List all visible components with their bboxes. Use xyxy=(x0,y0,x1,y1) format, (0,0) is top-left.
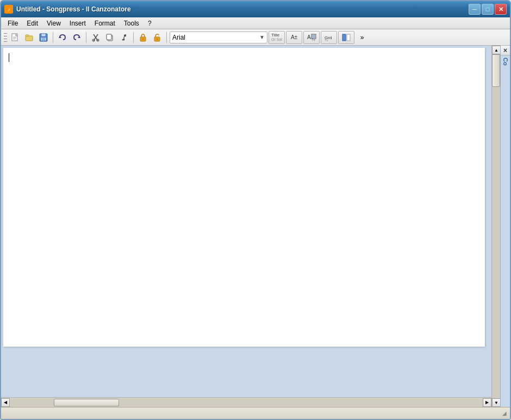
h-scroll-track[interactable] xyxy=(10,399,482,406)
svg-rect-7 xyxy=(41,34,46,36)
right-panel-close-button[interactable]: × xyxy=(501,46,510,55)
title-bar-buttons: ─ □ ✕ xyxy=(469,4,507,15)
window-title: Untitled - Songpress - Il Canzonatore xyxy=(16,5,131,13)
font-image-button[interactable]: A Tv xyxy=(303,31,320,44)
right-panel-label: Co xyxy=(501,55,510,407)
maximize-button[interactable]: □ xyxy=(482,4,494,15)
v-scroll-track[interactable] xyxy=(492,54,500,398)
editor-container: ◀ ▶ xyxy=(1,46,491,407)
svg-rect-31 xyxy=(347,34,350,41)
app-icon: ♪ xyxy=(4,5,13,14)
svg-text:Tv: Tv xyxy=(325,39,328,42)
new-button[interactable] xyxy=(9,31,22,44)
close-button[interactable]: ✕ xyxy=(495,4,507,15)
svg-text:A: A xyxy=(307,34,311,40)
toolbar: Arial ▼ TitleOr Sol A± A Tv Grd Tv xyxy=(1,29,510,46)
more-button[interactable]: » xyxy=(356,31,369,44)
lock-button[interactable] xyxy=(136,31,149,44)
svg-rect-9 xyxy=(42,38,45,40)
font-size-icon: A± xyxy=(291,34,297,40)
menu-edit[interactable]: Edit xyxy=(22,18,42,28)
svg-text:Tv: Tv xyxy=(311,38,315,41)
svg-point-21 xyxy=(142,38,144,40)
right-panel-text: Co xyxy=(502,58,509,66)
toolbar-grip xyxy=(3,32,8,43)
font-size-button[interactable]: A± xyxy=(286,31,302,44)
menu-insert[interactable]: Insert xyxy=(65,18,90,28)
resize-handle[interactable]: ◢ xyxy=(502,410,507,416)
undo-button[interactable] xyxy=(56,31,69,44)
svg-rect-5 xyxy=(26,35,29,36)
content-vscroll: ◀ ▶ ▲ ▼ xyxy=(1,46,500,407)
menu-format[interactable]: Format xyxy=(90,18,120,28)
minimize-button[interactable]: ─ xyxy=(469,4,481,15)
menu-tools[interactable]: Tools xyxy=(120,18,144,28)
title-bar: ♪ Untitled - Songpress - Il Canzonatore … xyxy=(1,1,510,17)
unlock-button[interactable] xyxy=(151,31,164,44)
main-area: ◀ ▶ ▲ ▼ xyxy=(1,46,510,407)
svg-rect-30 xyxy=(342,34,346,41)
menu-bar: File Edit View Insert Format Tools ? xyxy=(1,17,510,29)
right-panel: × Co xyxy=(500,46,510,407)
main-window: ♪ Untitled - Songpress - Il Canzonatore … xyxy=(0,0,511,420)
menu-help[interactable]: ? xyxy=(144,18,156,28)
redo-button[interactable] xyxy=(70,31,83,44)
v-scrollbar: ▲ ▼ xyxy=(491,46,500,407)
font-dropdown-arrow: ▼ xyxy=(259,34,265,40)
font-name: Arial xyxy=(172,34,185,41)
title-bar-left: ♪ Untitled - Songpress - Il Canzonatore xyxy=(4,5,131,14)
open-button[interactable] xyxy=(23,31,36,44)
h-scroll-thumb[interactable] xyxy=(54,399,119,406)
status-bar: ◢ xyxy=(1,407,510,419)
text-cursor xyxy=(9,53,9,62)
svg-rect-17 xyxy=(107,34,111,40)
v-scroll-thumb[interactable] xyxy=(492,54,500,87)
editor-page[interactable] xyxy=(3,48,485,347)
title-format-button[interactable]: TitleOr Sol xyxy=(269,31,285,44)
svg-point-19 xyxy=(122,39,125,40)
toolbar-sep-3 xyxy=(133,32,134,43)
menu-view[interactable]: View xyxy=(42,18,65,28)
menu-file[interactable]: File xyxy=(3,18,22,28)
font-selector[interactable]: Arial ▼ xyxy=(170,32,267,43)
copy-button[interactable] xyxy=(103,31,116,44)
editor-scroll-area xyxy=(1,46,491,397)
toolbar-sep-2 xyxy=(86,32,86,43)
cut-button[interactable] xyxy=(89,31,102,44)
save-button[interactable] xyxy=(37,31,50,44)
toolbar-sep-4 xyxy=(166,32,167,43)
h-scrollbar: ◀ ▶ xyxy=(1,397,491,407)
grid-button[interactable]: Grd Tv xyxy=(321,31,337,44)
svg-point-23 xyxy=(157,38,158,40)
single-column-button[interactable] xyxy=(338,31,354,44)
toolbar-sep-1 xyxy=(53,32,53,43)
h-scroll-left-button[interactable]: ◀ xyxy=(1,398,10,407)
h-scroll-right-button[interactable]: ▶ xyxy=(483,398,491,407)
insert-music-button[interactable] xyxy=(117,31,130,44)
v-scroll-down-button[interactable]: ▼ xyxy=(492,398,500,407)
v-scroll-up-button[interactable]: ▲ xyxy=(492,46,500,54)
